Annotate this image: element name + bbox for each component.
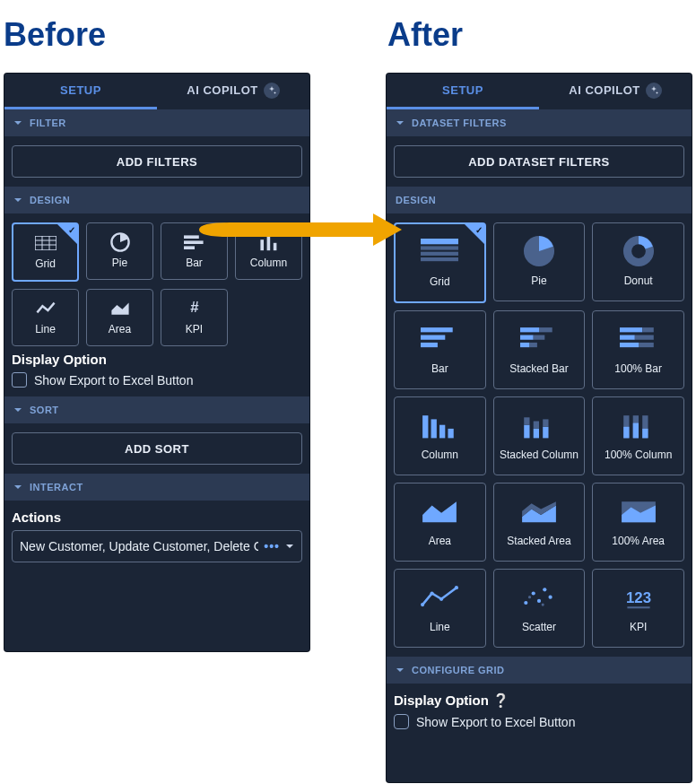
svg-rect-38 xyxy=(448,429,454,438)
scatter-icon xyxy=(520,583,558,612)
chart-tile-stacked-column[interactable]: Stacked Column xyxy=(493,396,586,475)
chart-tile-grid[interactable]: Grid xyxy=(12,222,79,282)
chart-tile-grid[interactable]: Grid xyxy=(394,222,486,303)
chart-tile-column[interactable]: Column xyxy=(235,222,302,280)
section-dataset-filters[interactable]: DATASET FILTERS xyxy=(387,109,692,136)
chart-tile-pie[interactable]: Pie xyxy=(86,222,153,280)
after-panel: SETUP AI COPILOT DATASET FILTERS ADD DAT… xyxy=(387,74,692,782)
svg-rect-9 xyxy=(260,240,264,251)
tab-ai-copilot[interactable]: AI COPILOT xyxy=(539,74,692,109)
chart-tile-column[interactable]: Column xyxy=(394,396,486,475)
svg-point-19 xyxy=(631,244,646,258)
chart-tile-line[interactable]: Line xyxy=(394,569,486,648)
chevron-down-icon xyxy=(13,483,22,492)
chart-tile-kpi[interactable]: 123 KPI xyxy=(592,569,684,648)
svg-rect-41 xyxy=(534,429,539,438)
chart-tile-area[interactable]: Area xyxy=(86,289,153,346)
svg-rect-21 xyxy=(421,335,445,340)
svg-point-58 xyxy=(537,599,541,603)
ellipsis-icon: ••• xyxy=(264,539,280,553)
svg-point-62 xyxy=(542,604,544,606)
add-filters-button[interactable]: ADD FILTERS xyxy=(12,145,302,178)
chevron-down-icon xyxy=(396,666,405,675)
tile-label: Grid xyxy=(430,275,450,288)
chart-tile-bar[interactable]: Bar xyxy=(161,222,228,280)
section-filter[interactable]: FILTER xyxy=(4,109,309,136)
chevron-down-icon xyxy=(13,118,22,127)
tab-ai-copilot[interactable]: AI COPILOT xyxy=(157,74,309,109)
kpi-icon: # xyxy=(184,300,205,318)
chevron-down-icon xyxy=(13,196,22,205)
area-icon xyxy=(109,300,131,318)
svg-point-54 xyxy=(439,597,443,601)
tile-label: Column xyxy=(422,449,458,461)
selected-check-icon xyxy=(465,224,484,244)
actions-label: Actions xyxy=(12,510,302,525)
line-icon xyxy=(421,583,458,612)
svg-rect-40 xyxy=(524,418,529,425)
section-interact[interactable]: INTERACT xyxy=(4,474,309,501)
export-checkbox-row[interactable]: Show Export to Excel Button xyxy=(394,714,684,729)
add-sort-button[interactable]: ADD SORT xyxy=(12,432,302,465)
tile-label: Stacked Column xyxy=(500,449,579,461)
sparkle-icon xyxy=(264,83,280,99)
stacked-area-icon xyxy=(520,497,558,526)
tabs: SETUP AI COPILOT xyxy=(387,74,692,109)
svg-point-52 xyxy=(421,603,424,606)
bar-icon xyxy=(421,325,458,353)
tab-setup[interactable]: SETUP xyxy=(4,74,157,109)
svg-rect-8 xyxy=(184,247,195,250)
donut-icon xyxy=(620,237,657,266)
svg-point-55 xyxy=(455,586,458,589)
chart-tile-scatter[interactable]: Scatter xyxy=(493,569,586,648)
chart-tile-kpi[interactable]: # KPI xyxy=(161,289,228,346)
svg-rect-35 xyxy=(422,415,428,438)
section-configure-grid[interactable]: CONFIGURE GRID xyxy=(387,657,692,684)
chart-tile-bar[interactable]: Bar xyxy=(394,310,486,389)
section-sort[interactable]: SORT xyxy=(4,396,309,423)
export-checkbox-row[interactable]: Show Export to Excel Button xyxy=(12,372,302,388)
svg-rect-10 xyxy=(266,236,270,251)
chart-tile-area[interactable]: Area xyxy=(394,483,486,562)
tab-ai-label: AI COPILOT xyxy=(569,83,639,97)
actions-dropdown[interactable]: New Customer, Update Customer, Delete C … xyxy=(12,530,302,562)
section-design[interactable]: DESIGN xyxy=(387,187,692,213)
svg-rect-50 xyxy=(642,429,648,438)
tile-label: Area xyxy=(109,323,131,335)
svg-rect-7 xyxy=(184,241,204,245)
heading-before: Before xyxy=(4,16,106,54)
section-title: DESIGN xyxy=(396,195,436,205)
kpi-icon: 123 xyxy=(620,583,657,612)
grid-icon xyxy=(35,234,57,252)
chart-tile-pie[interactable]: Pie xyxy=(493,222,586,301)
svg-point-60 xyxy=(548,596,552,599)
tile-label: Pie xyxy=(112,257,127,269)
checkbox-icon xyxy=(12,372,27,388)
section-title: FILTER xyxy=(30,118,66,128)
tile-label: Area xyxy=(429,535,451,547)
svg-rect-16 xyxy=(421,257,458,261)
heading-after: After xyxy=(387,16,463,54)
section-title: DATASET FILTERS xyxy=(412,118,507,128)
help-icon[interactable]: ❔ xyxy=(492,693,509,708)
add-dataset-filters-button[interactable]: ADD DATASET FILTERS xyxy=(394,145,684,178)
chart-tile-stacked-bar[interactable]: Stacked Bar xyxy=(493,310,586,389)
svg-rect-48 xyxy=(632,423,638,439)
chart-tile-100-column[interactable]: 100% Column xyxy=(592,396,684,475)
chart-tile-100-area[interactable]: 100% Area xyxy=(592,483,684,562)
tile-label: Line xyxy=(35,323,56,335)
chart-tile-line[interactable]: Line xyxy=(12,289,79,346)
tab-setup[interactable]: SETUP xyxy=(387,74,539,109)
chevron-down-icon xyxy=(396,118,405,127)
section-design[interactable]: DESIGN xyxy=(4,187,309,213)
chart-tile-donut[interactable]: Donut xyxy=(592,222,684,301)
svg-point-53 xyxy=(431,592,434,596)
chart-tile-100-bar[interactable]: 100% Bar xyxy=(592,310,684,389)
tile-label: Line xyxy=(430,621,450,633)
stacked-column-icon xyxy=(520,411,558,440)
svg-rect-11 xyxy=(273,243,276,250)
column-icon xyxy=(421,411,458,440)
svg-point-57 xyxy=(532,592,535,596)
chart-tile-stacked-area[interactable]: Stacked Area xyxy=(493,483,586,562)
svg-rect-29 xyxy=(620,327,642,332)
